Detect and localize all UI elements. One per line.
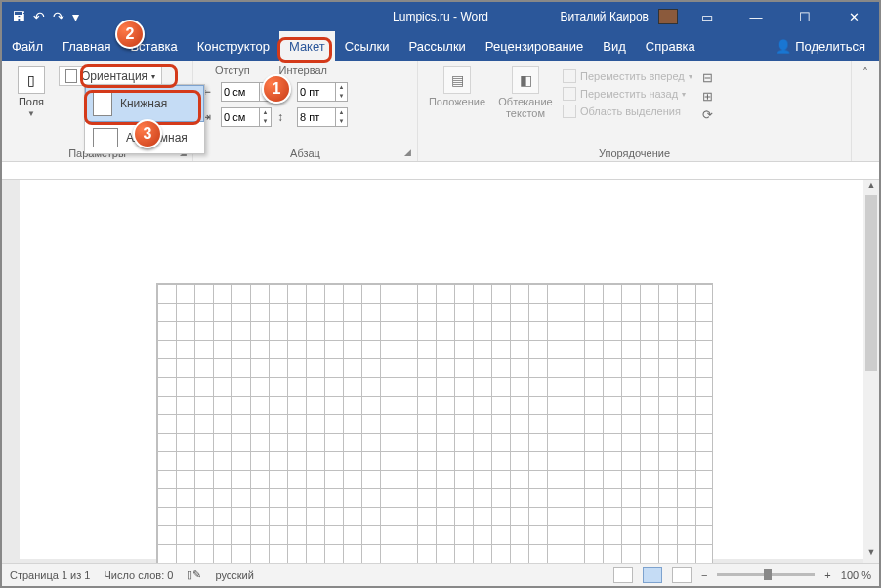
margins-button[interactable]: ▯ Поля ▼ (10, 64, 53, 146)
chevron-down-icon: ▼ (27, 109, 35, 118)
arrange-caption: Упорядочение (599, 147, 670, 159)
redo-icon[interactable]: ↷ (53, 9, 64, 24)
horizontal-ruler[interactable] (2, 162, 879, 180)
orientation-portrait-item[interactable]: Книжная (85, 85, 204, 122)
user-avatar-icon[interactable] (658, 9, 678, 24)
align-icon: ⊟ (702, 70, 713, 85)
status-page[interactable]: Страница 1 из 1 (10, 569, 90, 581)
user-name[interactable]: Виталий Каиров (560, 10, 649, 23)
indent-left-input[interactable] (222, 86, 259, 98)
dialog-launcher-icon[interactable]: ◢ (404, 147, 411, 157)
selection-pane-label: Область выделения (580, 105, 681, 117)
paragraph-caption: Абзац (290, 147, 320, 159)
document-canvas[interactable] (20, 180, 875, 559)
view-web-layout-button[interactable] (672, 567, 692, 583)
portrait-page-icon (93, 91, 112, 116)
page[interactable] (156, 283, 713, 563)
wrap-text-label: Обтекание текстом (494, 96, 557, 119)
view-read-mode-button[interactable] (613, 567, 633, 583)
vertical-scrollbar[interactable]: ▲ ▼ (863, 180, 879, 563)
spacing-before-input[interactable] (298, 86, 335, 98)
selection-pane-icon (563, 105, 576, 118)
margins-label: Поля (19, 96, 44, 107)
callout-badge-1: 1 (262, 74, 291, 104)
position-icon: ▤ (443, 66, 471, 94)
qat-more-icon[interactable]: ▾ (72, 9, 79, 24)
spacing-after-spinner[interactable]: ▲▼ (297, 107, 348, 127)
spacing-before-spinner[interactable]: ▲▼ (297, 82, 348, 102)
status-language[interactable]: русский (215, 569, 253, 581)
scroll-thumb[interactable] (865, 195, 877, 371)
status-bar: Страница 1 из 1 Число слов: 0 ▯✎ русский… (2, 563, 879, 586)
close-button[interactable]: ✕ (834, 2, 873, 31)
share-label: Поделиться (795, 39, 865, 54)
tab-review[interactable]: Рецензирование (476, 31, 593, 61)
portrait-label: Книжная (120, 97, 167, 110)
position-label: Положение (429, 96, 485, 107)
bring-forward-button: Переместить вперед▾ (563, 68, 692, 84)
quick-access-toolbar: 🖬 ↶ ↷ ▾ (2, 9, 79, 24)
tab-file[interactable]: Файл (2, 31, 53, 61)
indent-header: Отступ (215, 64, 250, 76)
bring-forward-icon (563, 69, 576, 83)
selection-pane-button: Область выделения (563, 104, 692, 119)
share-button[interactable]: 👤 Поделиться (776, 39, 879, 54)
orientation-label: Ориентация (81, 69, 147, 83)
document-area: ▲ ▼ (2, 162, 879, 563)
zoom-in-button[interactable]: + (824, 569, 830, 581)
autosave-icon[interactable]: 🖬 (12, 9, 25, 24)
position-button: ▤ Положение (426, 64, 488, 146)
tab-help[interactable]: Справка (636, 31, 705, 61)
zoom-out-button[interactable]: − (701, 569, 707, 581)
scroll-up-icon[interactable]: ▲ (863, 180, 879, 195)
collapse-ribbon-icon[interactable]: ˄ (852, 61, 879, 161)
view-print-layout-button[interactable] (643, 567, 662, 583)
send-backward-label: Переместить назад (580, 88, 678, 100)
indent-right-spinner[interactable]: ▲▼ (221, 107, 272, 127)
spacing-after-icon: ↕ (277, 110, 291, 124)
spacing-after-input[interactable] (298, 111, 335, 123)
proofing-icon[interactable]: ▯✎ (187, 568, 201, 581)
status-word-count[interactable]: Число слов: 0 (104, 569, 173, 581)
zoom-slider[interactable] (717, 573, 815, 576)
send-backward-button: Переместить назад▾ (563, 86, 692, 102)
bring-forward-label: Переместить вперед (580, 70, 685, 82)
scroll-down-icon[interactable]: ▼ (863, 547, 879, 563)
callout-badge-2: 2 (115, 20, 145, 49)
tab-home[interactable]: Главная (53, 31, 120, 61)
group-arrange: ▤ Положение ◧ Обтекание текстом Перемест… (418, 61, 852, 161)
maximize-button[interactable]: ☐ (785, 2, 824, 31)
share-icon: 👤 (776, 39, 791, 54)
ribbon-options-icon[interactable]: ▭ (688, 2, 727, 31)
rotate-icon: ⟳ (702, 107, 713, 122)
group-paragraph: Отступ Интервал ⇤ ▲▼ ↕ ▲▼ ⇥ ▲▼ ↕ ▲▼ Абза… (193, 61, 418, 161)
group-icon: ⊞ (702, 89, 713, 104)
send-backward-icon (563, 87, 576, 101)
minimize-button[interactable]: — (736, 2, 776, 31)
zoom-slider-thumb[interactable] (764, 569, 772, 580)
tab-layout[interactable]: Макет (279, 31, 335, 61)
window-title: Lumpics.ru - Word (393, 10, 488, 23)
wrap-text-icon: ◧ (512, 66, 539, 94)
group-paragraph-label: Абзац ◢ (201, 146, 409, 159)
landscape-page-icon (93, 128, 118, 147)
tab-references[interactable]: Ссылки (335, 31, 399, 61)
callout-badge-3: 3 (133, 119, 162, 148)
margins-icon: ▯ (18, 66, 45, 94)
chevron-down-icon: ▾ (151, 72, 155, 81)
orientation-icon (65, 69, 77, 83)
orientation-button[interactable]: Ориентация ▾ (59, 66, 162, 86)
wrap-text-button: ◧ Обтекание текстом (494, 64, 557, 146)
document-grid (156, 283, 713, 563)
tab-design[interactable]: Конструктор (188, 31, 279, 61)
zoom-level[interactable]: 100 % (841, 569, 871, 581)
tab-mailings[interactable]: Рассылки (399, 31, 475, 61)
indent-right-input[interactable] (222, 111, 259, 123)
undo-icon[interactable]: ↶ (33, 9, 45, 24)
spacing-header: Интервал (279, 64, 327, 76)
tab-view[interactable]: Вид (593, 31, 636, 61)
